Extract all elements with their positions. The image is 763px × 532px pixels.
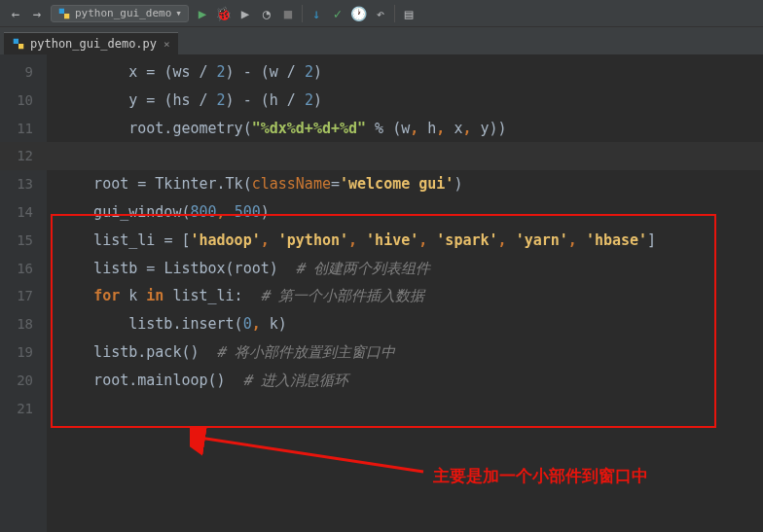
vcs-commit-icon[interactable]: ✓ xyxy=(330,6,345,21)
vcs-update-icon[interactable]: ↓ xyxy=(309,6,324,21)
line-number: 17 xyxy=(0,282,47,310)
code-line xyxy=(47,142,763,170)
vcs-history-icon[interactable]: 🕐 xyxy=(351,6,367,21)
svg-rect-2 xyxy=(14,39,18,44)
code-line: y = (hs / 2) - (h / 2) xyxy=(47,87,763,115)
close-icon[interactable]: × xyxy=(164,38,170,51)
line-number: 12 xyxy=(0,142,47,170)
code-editor[interactable]: 9 10 11 12 13 14 15 16 17 18 19 20 21 x … xyxy=(0,54,763,532)
line-number: 15 xyxy=(0,227,47,255)
editor-tabs: python_gui_demo.py × xyxy=(0,27,763,54)
debug-icon[interactable]: 🐞 xyxy=(216,6,232,21)
line-gutter: 9 10 11 12 13 14 15 16 17 18 19 20 21 xyxy=(0,54,47,532)
toolbar: ← → python_gui_demo ▾ ▶ 🐞 ▶ ◔ ■ ↓ ✓ 🕐 ↶ … xyxy=(0,0,763,27)
code-line: list_li = ['hadoop', 'python', 'hive', '… xyxy=(47,227,763,255)
code-line: listb.pack() # 将小部件放置到主窗口中 xyxy=(47,338,763,367)
nav-back-icon[interactable]: ← xyxy=(8,6,23,21)
svg-rect-0 xyxy=(59,8,64,13)
line-number: 9 xyxy=(0,58,47,87)
code-line: root = Tkinter.Tk(className='welcome gui… xyxy=(47,170,763,198)
svg-rect-3 xyxy=(18,44,23,49)
code-line xyxy=(47,395,763,423)
line-number: 18 xyxy=(0,310,47,338)
code-line: root.mainloop() # 进入消息循环 xyxy=(47,367,763,395)
line-number: 10 xyxy=(0,87,47,115)
code-line: for k in list_li: # 第一个小部件插入数据 xyxy=(47,282,763,310)
tab-filename: python_gui_demo.py xyxy=(30,37,157,51)
nav-fwd-icon[interactable]: → xyxy=(29,6,45,21)
separator xyxy=(302,5,303,22)
run-icon[interactable]: ▶ xyxy=(195,6,210,21)
separator xyxy=(394,5,395,22)
line-number: 14 xyxy=(0,198,47,227)
code-line: listb = Listbox(root) # 创建两个列表组件 xyxy=(47,255,763,283)
line-number: 11 xyxy=(0,115,47,143)
line-number: 19 xyxy=(0,338,47,367)
svg-rect-1 xyxy=(64,14,69,18)
profile-icon[interactable]: ◔ xyxy=(259,6,274,21)
annotation-text: 主要是加一个小部件到窗口中 xyxy=(433,465,648,487)
python-file-icon xyxy=(12,37,25,51)
stop-icon[interactable]: ■ xyxy=(280,6,296,21)
vcs-revert-icon[interactable]: ↶ xyxy=(373,6,388,21)
code-line: listb.insert(0, k) xyxy=(47,310,763,338)
line-number: 16 xyxy=(0,255,47,283)
line-number: 13 xyxy=(0,170,47,198)
code-area[interactable]: x = (ws / 2) - (w / 2) y = (hs / 2) - (h… xyxy=(47,54,763,532)
line-number: 21 xyxy=(0,395,47,423)
code-line: x = (ws / 2) - (w / 2) xyxy=(47,58,763,87)
coverage-icon[interactable]: ▶ xyxy=(237,6,253,21)
tab-file[interactable]: python_gui_demo.py × xyxy=(4,32,178,54)
line-number: 20 xyxy=(0,367,47,395)
run-config-label: python_gui_demo xyxy=(75,7,171,19)
code-line: root.geometry("%dx%d+%d+%d" % (w, h, x, … xyxy=(47,115,763,143)
chevron-down-icon: ▾ xyxy=(175,7,182,19)
code-line: gui_window(800, 500) xyxy=(47,198,763,227)
run-config-dropdown[interactable]: python_gui_demo ▾ xyxy=(51,5,189,22)
python-icon xyxy=(57,7,71,20)
structure-icon[interactable]: ▤ xyxy=(401,6,417,21)
